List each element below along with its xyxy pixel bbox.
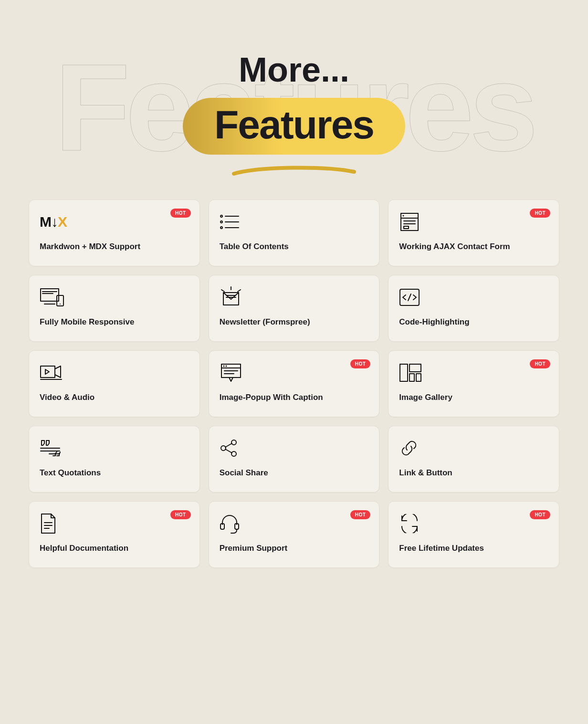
- video-icon-wrap: [40, 361, 189, 384]
- svg-line-48: [225, 443, 232, 447]
- feature-title: Working AJAX Contact Form: [399, 242, 548, 252]
- feature-title: Image Gallery: [399, 393, 548, 402]
- feature-card[interactable]: Image GalleryHOT: [388, 350, 559, 417]
- feature-grid: M↓XMarkdwon + MDX SupportHOTTable Of Con…: [0, 177, 588, 611]
- svg-line-49: [225, 449, 232, 453]
- popup-icon: [220, 362, 242, 383]
- feature-title: Free Lifetime Updates: [399, 544, 548, 553]
- feature-title: Markdwon + MDX Support: [40, 242, 189, 252]
- feature-card[interactable]: Fully Mobile Responsive: [29, 275, 200, 342]
- feature-card[interactable]: Text Quotations: [29, 426, 200, 493]
- headset-icon: [220, 513, 240, 534]
- document-icon: [40, 513, 57, 534]
- svg-rect-12: [41, 289, 59, 301]
- hero: More... Features: [0, 0, 588, 177]
- svg-point-34: [225, 366, 227, 367]
- hero-pill-text: Features: [214, 102, 374, 147]
- mdx-icon: M↓X: [40, 214, 67, 230]
- quote-icon: [40, 439, 61, 458]
- hero-pill: Features: [183, 98, 405, 155]
- feature-title: Table Of Contents: [220, 242, 369, 252]
- svg-marker-29: [45, 369, 49, 374]
- feature-title: Premium Support: [220, 544, 369, 553]
- refresh-icon: [399, 514, 420, 533]
- gallery-icon: [399, 363, 422, 382]
- hot-badge: HOT: [350, 359, 371, 368]
- feature-title: Helpful Documentation: [40, 544, 189, 553]
- share-icon: [220, 439, 239, 458]
- svg-rect-27: [41, 366, 55, 378]
- toc-icon-wrap: [220, 210, 369, 233]
- doc-icon-wrap: [40, 512, 189, 535]
- feature-card[interactable]: Table Of Contents: [209, 199, 380, 266]
- mdx-icon-wrap: M↓X: [40, 210, 189, 233]
- hot-badge: HOT: [170, 209, 191, 218]
- link-icon: [399, 438, 419, 458]
- feature-title: Social Share: [220, 468, 369, 478]
- feature-card[interactable]: Free Lifetime UpdatesHOT: [388, 501, 559, 568]
- feature-title: Code-Highlighting: [399, 317, 548, 327]
- svg-point-4: [220, 227, 222, 229]
- svg-rect-11: [404, 226, 409, 229]
- feature-title: Text Quotations: [40, 468, 189, 478]
- feature-title: Newsletter (Formspree): [220, 317, 369, 327]
- hot-badge: HOT: [530, 209, 550, 218]
- feature-card[interactable]: Newsletter (Formspree): [209, 275, 380, 342]
- feature-card[interactable]: Helpful DocumentationHOT: [29, 501, 200, 568]
- feature-card[interactable]: Premium SupportHOT: [209, 501, 380, 568]
- feature-title: Image-Popup With Caption: [220, 393, 369, 402]
- hot-badge: HOT: [350, 510, 371, 519]
- popup-icon-wrap: [220, 361, 369, 384]
- hot-badge: HOT: [530, 510, 550, 519]
- svg-line-24: [238, 290, 241, 292]
- form-icon-wrap: [399, 210, 548, 233]
- svg-point-47: [231, 451, 236, 456]
- form-icon: [399, 211, 420, 232]
- hot-badge: HOT: [530, 359, 550, 368]
- svg-rect-41: [416, 374, 421, 381]
- updates-icon-wrap: [399, 512, 548, 535]
- list-icon: [220, 213, 241, 231]
- share-icon-wrap: [220, 437, 369, 460]
- feature-title: Video & Audio: [40, 393, 189, 402]
- feature-card[interactable]: Image-Popup With CaptionHOT: [209, 350, 380, 417]
- svg-point-0: [220, 215, 222, 217]
- feature-title: Link & Button: [399, 468, 548, 478]
- svg-point-8: [403, 215, 404, 217]
- svg-point-2: [220, 221, 222, 223]
- code-icon: [399, 288, 420, 306]
- feature-card[interactable]: Code-Highlighting: [388, 275, 559, 342]
- svg-point-46: [221, 446, 226, 451]
- gallery-icon-wrap: [399, 361, 548, 384]
- newsletter-icon-wrap: [220, 286, 369, 309]
- svg-marker-37: [229, 378, 233, 381]
- quote-icon-wrap: [40, 437, 189, 460]
- feature-card[interactable]: Video & Audio: [29, 350, 200, 417]
- feature-card[interactable]: Working AJAX Contact FormHOT: [388, 199, 559, 266]
- hot-badge: HOT: [170, 510, 191, 519]
- code-icon-wrap: [399, 286, 548, 309]
- svg-rect-40: [410, 374, 414, 381]
- responsive-icon-wrap: [40, 286, 189, 309]
- devices-icon: [40, 287, 64, 308]
- svg-point-33: [223, 366, 224, 367]
- svg-rect-38: [400, 364, 408, 381]
- svg-line-22: [221, 290, 224, 292]
- svg-rect-39: [410, 364, 421, 372]
- swoosh-icon: [232, 165, 356, 177]
- link-icon-wrap: [399, 437, 548, 460]
- video-icon: [40, 363, 63, 382]
- newsletter-icon: [220, 286, 242, 309]
- hero-more: More...: [0, 50, 588, 89]
- svg-point-45: [231, 440, 236, 445]
- feature-card[interactable]: Social Share: [209, 426, 380, 493]
- support-icon-wrap: [220, 512, 369, 535]
- svg-marker-28: [55, 366, 61, 378]
- svg-line-26: [408, 294, 411, 301]
- feature-card[interactable]: M↓XMarkdwon + MDX SupportHOT: [29, 199, 200, 266]
- feature-card[interactable]: Link & Button: [388, 426, 559, 493]
- feature-title: Fully Mobile Responsive: [40, 317, 189, 327]
